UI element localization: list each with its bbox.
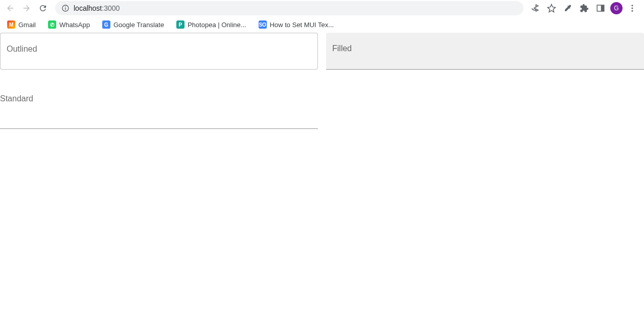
- bookmark-label: How to Set MUI Tex...: [270, 21, 334, 29]
- bookmark-google-translate[interactable]: G Google Translate: [100, 18, 166, 31]
- bookmark-button[interactable]: [545, 2, 558, 15]
- share-icon: [531, 4, 540, 13]
- svg-point-5: [632, 5, 633, 6]
- forward-button[interactable]: [19, 1, 34, 15]
- svg-rect-2: [65, 6, 65, 7]
- back-button[interactable]: [3, 1, 17, 15]
- outlined-input[interactable]: [1, 33, 317, 69]
- gmail-icon: M: [7, 20, 15, 29]
- sidepanel-button[interactable]: [594, 2, 607, 15]
- bookmark-label: Gmail: [18, 21, 36, 29]
- address-bar[interactable]: localhost:3000: [55, 1, 523, 15]
- standard-input[interactable]: [0, 88, 318, 128]
- puzzle-icon: [580, 4, 589, 13]
- menu-button[interactable]: [626, 2, 639, 15]
- arrow-right-icon: [22, 4, 31, 13]
- panel-icon: [596, 4, 605, 13]
- more-vert-icon: [628, 4, 637, 13]
- bookmark-label: Photopea | Online...: [188, 21, 246, 29]
- svg-rect-1: [65, 8, 65, 10]
- bookmark-label: WhatsApp: [59, 21, 90, 29]
- reload-icon: [38, 4, 48, 13]
- stackoverflow-icon: SO: [259, 20, 267, 29]
- toolbar-right: G: [528, 2, 641, 15]
- avatar-letter: G: [614, 5, 618, 12]
- whatsapp-icon: ✆: [48, 20, 56, 29]
- filled-input[interactable]: [326, 33, 644, 69]
- translate-icon: G: [102, 20, 110, 29]
- profile-avatar[interactable]: G: [610, 2, 623, 14]
- arrow-left-icon: [6, 4, 15, 13]
- share-button[interactable]: [528, 2, 542, 15]
- standard-textfield: Standard: [0, 88, 318, 129]
- extensions-button[interactable]: [578, 2, 591, 15]
- browser-toolbar: localhost:3000 G: [0, 0, 644, 16]
- svg-point-7: [632, 10, 633, 12]
- reload-button[interactable]: [36, 1, 50, 15]
- bookmark-whatsapp[interactable]: ✆ WhatsApp: [46, 18, 92, 31]
- star-icon: [547, 4, 556, 13]
- svg-rect-4: [601, 5, 604, 11]
- bookmark-mui[interactable]: SO How to Set MUI Tex...: [257, 18, 336, 31]
- filled-textfield: Filled: [326, 33, 644, 70]
- outlined-textfield: Outlined: [0, 33, 318, 70]
- eyedropper-icon: [563, 4, 572, 13]
- bookmark-photopea[interactable]: P Photopea | Online...: [174, 18, 248, 31]
- page-content: Outlined Filled Standard: [0, 33, 644, 129]
- bookmark-label: Google Translate: [113, 21, 164, 29]
- eyedropper-button[interactable]: [561, 2, 574, 15]
- bookmarks-bar: M Gmail ✆ WhatsApp G Google Translate P …: [0, 16, 644, 33]
- url-text: localhost:3000: [74, 4, 120, 12]
- svg-point-6: [632, 8, 633, 9]
- site-info-icon[interactable]: [61, 4, 70, 12]
- photopea-icon: P: [176, 20, 185, 29]
- bookmark-gmail[interactable]: M Gmail: [5, 18, 38, 31]
